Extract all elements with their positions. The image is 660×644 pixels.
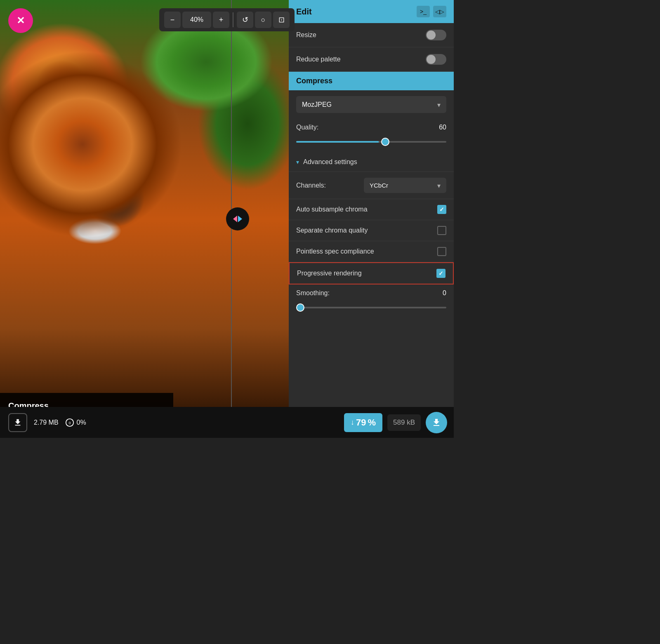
edit-header-icons: >_ ◁▷ xyxy=(417,6,446,17)
compress-icon: 0 xyxy=(65,418,74,427)
separate-chroma-row: Separate chroma quality xyxy=(289,220,454,241)
download-button[interactable] xyxy=(426,412,447,433)
codec-dropdown-row[interactable]: MozJPEG WebP AVIF OxiPNG xyxy=(289,90,454,119)
reduce-palette-label: Reduce palette xyxy=(296,56,341,63)
compression-unit: % xyxy=(368,417,376,428)
quality-slider-container[interactable] xyxy=(296,135,446,150)
progressive-checkbox[interactable] xyxy=(436,269,446,278)
quality-value: 60 xyxy=(439,124,446,131)
reduce-palette-row: Reduce palette xyxy=(289,47,454,72)
separate-chroma-checkbox[interactable] xyxy=(437,226,446,235)
auto-subsample-checkbox[interactable] xyxy=(437,205,446,214)
channels-dropdown-wrapper[interactable]: YCbCr RGB Grayscale xyxy=(364,178,446,193)
auto-subsample-row: Auto subsample chroma xyxy=(289,199,454,220)
pointless-spec-label: Pointless spec compliance xyxy=(296,248,374,255)
close-button[interactable]: ✕ xyxy=(8,8,33,33)
smoothing-header: Smoothing: 0 xyxy=(296,289,446,297)
advanced-settings-toggle[interactable]: ▾ Advanced settings xyxy=(289,153,454,172)
codec-select[interactable]: MozJPEG WebP AVIF OxiPNG xyxy=(296,96,446,113)
zoom-out-button[interactable]: − xyxy=(164,12,181,28)
smoothing-slider-container[interactable] xyxy=(296,301,446,316)
smoothing-label: Smoothing: xyxy=(296,289,330,297)
save-left-button[interactable] xyxy=(8,413,27,432)
compression-badge: ↓ 79 % xyxy=(344,413,382,432)
original-file-size: 2.79 MB xyxy=(34,419,59,426)
save-icon xyxy=(13,418,22,427)
circle-button[interactable]: ○ xyxy=(255,12,271,28)
edit-header: Edit >_ ◁▷ xyxy=(289,0,454,23)
advanced-settings-label: Advanced settings xyxy=(303,158,357,166)
pointless-spec-checkbox[interactable] xyxy=(437,247,446,256)
reduce-palette-toggle-knob xyxy=(427,55,436,64)
bottom-bar-left: 2.79 MB 0 0% xyxy=(0,407,289,438)
codec-dropdown-wrapper[interactable]: MozJPEG WebP AVIF OxiPNG xyxy=(296,96,446,113)
down-arrow-icon: ↓ xyxy=(351,418,354,427)
arrow-right-icon xyxy=(238,216,242,222)
zoom-value: 40 xyxy=(190,16,198,24)
channels-label: Channels: xyxy=(296,182,326,189)
terminal-button[interactable]: >_ xyxy=(417,6,430,17)
arrows-button[interactable]: ◁▷ xyxy=(433,6,446,17)
resize-toggle-knob xyxy=(427,31,436,40)
download-icon xyxy=(431,418,441,428)
progressive-rendering-row: Progressive rendering xyxy=(289,262,454,284)
toolbar-separator xyxy=(233,12,233,27)
advanced-chevron-icon: ▾ xyxy=(296,159,299,165)
smoothing-row: Smoothing: 0 xyxy=(289,284,454,318)
smoothing-slider[interactable] xyxy=(296,307,446,308)
arrow-left-icon xyxy=(233,216,237,222)
resize-label: Resize xyxy=(296,31,316,39)
zoom-display: 40 % xyxy=(182,12,211,28)
bottom-right-bar: ↓ 79 % 589 kB xyxy=(289,407,454,438)
rotate-button[interactable]: ↺ xyxy=(237,12,253,28)
compress-section-header: Compress xyxy=(289,72,454,90)
quality-label: Quality: xyxy=(296,124,318,131)
quality-header: Quality: 60 xyxy=(296,124,446,131)
smoothing-value: 0 xyxy=(443,289,446,297)
pointless-spec-row: Pointless spec compliance xyxy=(289,241,454,262)
zoom-in-button[interactable]: + xyxy=(213,12,229,28)
resize-row: Resize xyxy=(289,23,454,47)
edit-title: Edit xyxy=(296,7,312,16)
crop-button[interactable]: ⊡ xyxy=(273,12,290,28)
compress-section-title: Compress xyxy=(296,77,332,85)
compression-reduction: 79 xyxy=(356,417,366,428)
splitter-handle[interactable] xyxy=(226,207,249,230)
separate-chroma-label: Separate chroma quality xyxy=(296,227,368,234)
quality-row: Quality: 60 xyxy=(289,119,454,153)
auto-subsample-label: Auto subsample chroma xyxy=(296,206,368,213)
output-size: 589 kB xyxy=(393,418,415,426)
reduce-palette-toggle[interactable] xyxy=(426,54,446,65)
quality-slider[interactable] xyxy=(296,141,446,143)
resize-toggle[interactable] xyxy=(426,30,446,40)
compression-percent-left: 0% xyxy=(77,419,86,426)
channels-row: Channels: YCbCr RGB Grayscale xyxy=(289,172,454,199)
top-toolbar: − 40 % + ↺ ○ ⊡ xyxy=(159,8,295,31)
progressive-label: Progressive rendering xyxy=(297,270,362,277)
right-panel: Edit >_ ◁▷ Resize Reduce palette Compres… xyxy=(289,0,454,438)
output-size-badge: 589 kB xyxy=(387,414,421,431)
compression-indicator: 0 0% xyxy=(65,418,86,427)
channels-select[interactable]: YCbCr RGB Grayscale xyxy=(364,178,446,193)
svg-text:0: 0 xyxy=(68,421,71,425)
zoom-unit: % xyxy=(198,16,203,24)
